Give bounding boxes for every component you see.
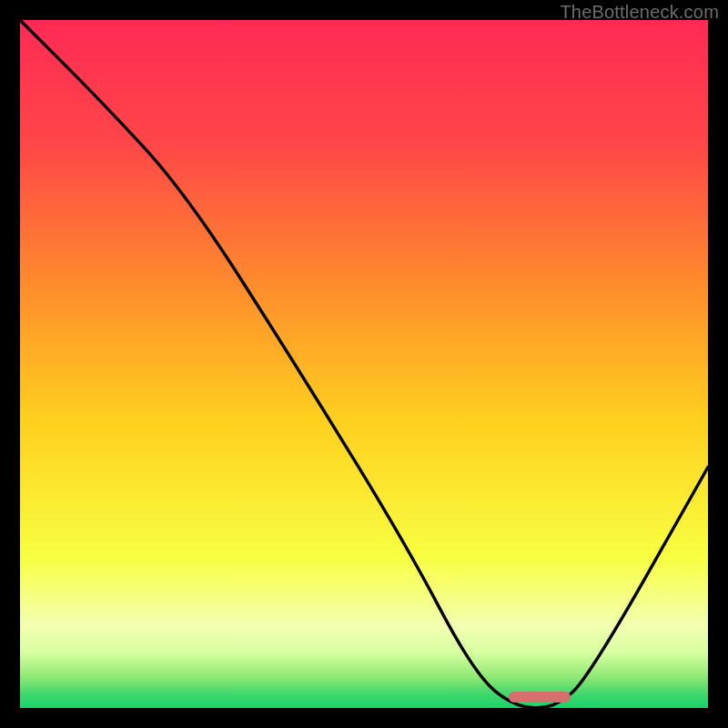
optimal-range-marker	[509, 692, 571, 703]
chart-frame: TheBottleneck.com	[0, 0, 728, 728]
bottleneck-curve	[20, 20, 708, 708]
plot-area	[20, 20, 708, 708]
